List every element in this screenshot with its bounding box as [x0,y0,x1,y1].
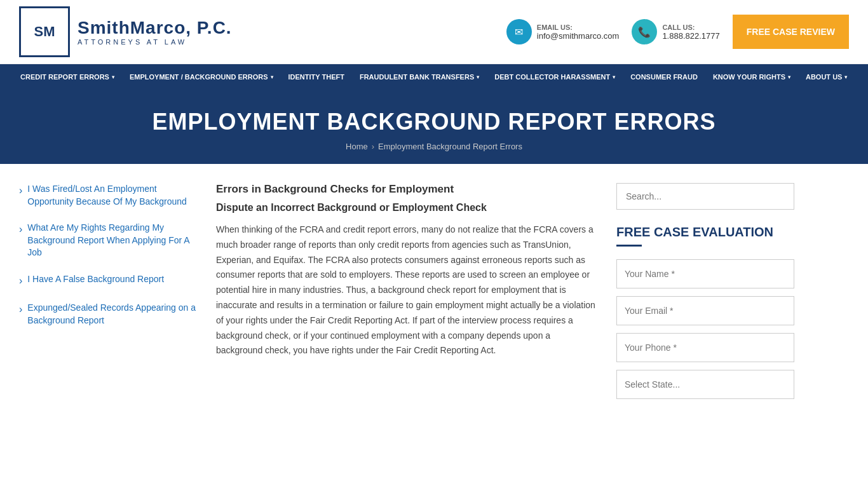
phone-contact: 📞 CALL US: 1.888.822.1777 [632,19,719,44]
firm-tagline: Attorneys At Law [78,38,232,46]
email-icon: ✉ [506,19,532,44]
right-sidebar: FREE CASE EVALUATION [616,183,794,407]
sidebar-link-expunged[interactable]: › Expunged/Sealed Records Appearing on a… [19,302,197,327]
phone-value: 1.888.822.1777 [662,31,719,41]
article-heading-1: Errors in Background Checks for Employme… [216,183,597,196]
breadcrumb-home[interactable]: Home [346,142,368,151]
chevron-right-icon: › [19,222,22,236]
article-body: When thinking of the FCRA and credit rep… [216,222,597,358]
logo-area: SM SmithMarco, P.C. Attorneys At Law [19,6,232,57]
sidebar-link-fired[interactable]: › I Was Fired/Lost An Employment Opportu… [19,183,197,208]
nav-identity-theft[interactable]: IDENTITY THEFT [281,64,352,90]
phone-field[interactable] [616,333,794,362]
page-title: EMPLOYMENT BACKGROUND REPORT ERRORS [13,109,855,135]
email-value: info@smithmarco.com [537,31,620,41]
page-hero: EMPLOYMENT BACKGROUND REPORT ERRORS Home… [0,90,868,164]
nav-employment-background-errors[interactable]: EMPLOYMENT / BACKGROUND ERRORS ▾ [122,64,281,90]
nav-credit-report-errors[interactable]: CREDIT REPORT ERRORS ▾ [13,64,122,90]
chevron-down-icon: ▾ [477,74,479,80]
state-field[interactable] [616,370,794,399]
chevron-down-icon: ▾ [844,74,847,80]
eval-underline [616,245,642,247]
chevron-right-icon: › [19,302,22,316]
email-field[interactable] [616,296,794,325]
chevron-down-icon: ▾ [788,74,790,80]
email-label: EMAIL US: [537,24,620,31]
free-case-review-button[interactable]: FREE CASE REVIEW [733,15,849,49]
free-eval-title: FREE CASE EVALUATION [616,225,794,240]
chevron-down-icon: ▾ [613,74,615,80]
main-navigation: CREDIT REPORT ERRORS ▾ EMPLOYMENT / BACK… [0,64,868,90]
article-content: Errors in Background Checks for Employme… [216,183,597,407]
article-heading-2: Dispute an Incorrect Background or Emplo… [216,202,597,214]
breadcrumb-current: Employment Background Report Errors [378,142,522,151]
breadcrumb: Home › Employment Background Report Erro… [13,142,855,151]
chevron-down-icon: ▾ [112,74,114,80]
chevron-right-icon: › [19,274,22,288]
name-field[interactable] [616,259,794,288]
nav-fraudulent-bank-transfers[interactable]: FRAUDULENT BANK TRANSFERS ▾ [352,64,487,90]
nav-debt-collector-harassment[interactable]: DEBT COLLECTOR HARASSMENT ▾ [487,64,623,90]
sidebar-link-false-background[interactable]: › I Have A False Background Report [19,273,197,288]
logo-icon: SM [19,6,70,57]
search-input[interactable] [616,183,794,210]
phone-icon: 📞 [632,19,657,44]
firm-name-area: SmithMarco, P.C. Attorneys At Law [78,18,232,46]
nav-about-us[interactable]: ABOUT US ▾ [798,64,855,90]
email-text: EMAIL US: info@smithmarco.com [537,24,620,41]
breadcrumb-separator: › [372,142,374,151]
chevron-down-icon: ▾ [271,74,273,80]
main-content: › I Was Fired/Lost An Employment Opportu… [0,164,868,426]
site-header: SM SmithMarco, P.C. Attorneys At Law ✉ E… [0,0,868,64]
nav-consumer-fraud[interactable]: CONSUMER FRAUD [623,64,705,90]
phone-label: CALL US: [662,24,719,31]
chevron-right-icon: › [19,184,22,198]
firm-name: SmithMarco, P.C. [78,18,232,38]
nav-know-your-rights[interactable]: KNOW YOUR RIGHTS ▾ [705,64,798,90]
phone-text: CALL US: 1.888.822.1777 [662,24,719,41]
sidebar-link-rights[interactable]: › What Are My Rights Regarding My Backgr… [19,222,197,259]
left-sidebar: › I Was Fired/Lost An Employment Opportu… [19,183,197,407]
email-contact: ✉ EMAIL US: info@smithmarco.com [506,19,620,44]
header-contact: ✉ EMAIL US: info@smithmarco.com 📞 CALL U… [506,15,849,49]
